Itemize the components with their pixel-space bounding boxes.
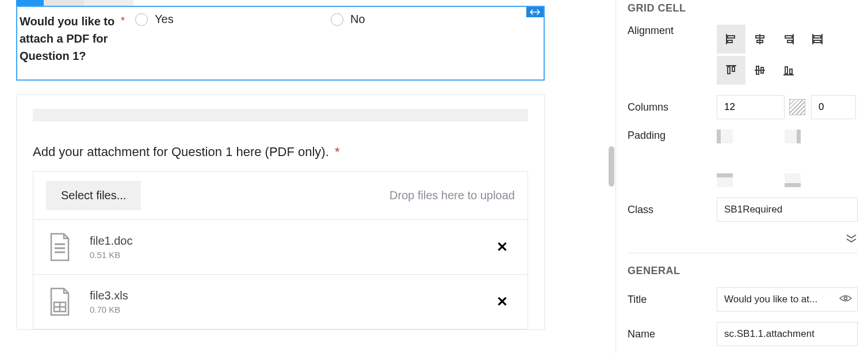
- padding-top-button[interactable]: [717, 173, 733, 187]
- padding-bottom-button[interactable]: [785, 173, 801, 187]
- padding-label: Padding: [628, 130, 717, 142]
- alignment-row: Alignment: [628, 25, 858, 85]
- align-h-right-icon[interactable]: [774, 25, 803, 54]
- align-v-bottom-icon[interactable]: [774, 56, 803, 85]
- file-xls-icon: [48, 287, 71, 316]
- attachment-heading: Add your attachment for Question 1 here …: [33, 145, 528, 160]
- file-size: 0.70 KB: [90, 305, 492, 314]
- resize-handle-icon[interactable]: [526, 7, 544, 17]
- svg-rect-7: [814, 36, 821, 38]
- tab-segment[interactable]: [84, 0, 133, 6]
- file-name: file1.doc: [90, 234, 492, 248]
- radio-icon: [331, 13, 343, 26]
- columns-offset-input[interactable]: [811, 95, 856, 119]
- radio-icon: [135, 13, 148, 26]
- align-h-stretch-icon[interactable]: [803, 25, 832, 54]
- name-input[interactable]: [717, 322, 858, 346]
- svg-rect-2: [728, 40, 732, 43]
- dropzone-header: Select files... Drop files here to uploa…: [33, 172, 527, 220]
- padding-right-button[interactable]: [785, 130, 801, 143]
- columns-input[interactable]: [717, 95, 785, 119]
- remove-file-button[interactable]: ✕: [492, 239, 513, 255]
- form-canvas: Would you like to attach a PDF for Quest…: [0, 0, 561, 353]
- svg-rect-8: [814, 40, 821, 43]
- section-header-gridcell: GRID CELL: [628, 0, 858, 14]
- radio-label: No: [350, 13, 365, 26]
- radio-option-yes[interactable]: Yes: [135, 13, 331, 26]
- tab-segment[interactable]: [44, 0, 84, 6]
- file-meta: file3.xls 0.70 KB: [90, 289, 492, 314]
- file-doc-icon: [48, 233, 71, 261]
- tab-segment-active[interactable]: [16, 0, 44, 6]
- remove-file-button[interactable]: ✕: [492, 294, 513, 310]
- file-row: file1.doc 0.51 KB ✕: [33, 220, 527, 275]
- select-files-button[interactable]: Select files...: [46, 181, 141, 210]
- svg-rect-1: [728, 36, 735, 38]
- chevron-double-down-icon: [845, 234, 858, 245]
- radio-option-no[interactable]: No: [331, 13, 365, 26]
- svg-rect-14: [790, 69, 792, 74]
- padding-left-button[interactable]: [717, 130, 733, 143]
- alignment-label: Alignment: [628, 25, 717, 37]
- selected-question-block[interactable]: Would you like to attach a PDF for Quest…: [16, 6, 545, 81]
- padding-row: Padding: [628, 130, 858, 187]
- title-input[interactable]: [717, 287, 858, 312]
- radio-label: Yes: [155, 13, 174, 26]
- expand-section-button[interactable]: [628, 232, 858, 253]
- upload-dropzone[interactable]: Select files... Drop files here to uploa…: [33, 171, 528, 329]
- file-size: 0.51 KB: [90, 250, 492, 260]
- svg-rect-9: [728, 67, 730, 74]
- svg-rect-5: [785, 36, 792, 38]
- file-meta: file1.doc 0.51 KB: [90, 234, 492, 260]
- dropzone-hint: Drop files here to upload: [389, 189, 515, 202]
- svg-rect-6: [787, 40, 792, 43]
- svg-point-15: [844, 297, 847, 300]
- columns-row: Columns: [628, 95, 858, 119]
- visibility-toggle-icon[interactable]: [839, 294, 852, 305]
- properties-panel: GRID CELL Alignment Columns Padding: [615, 0, 868, 353]
- offset-hatch-icon: [789, 99, 805, 115]
- columns-label: Columns: [628, 101, 717, 113]
- class-input[interactable]: [717, 198, 858, 222]
- section-header-general: GENERAL: [628, 265, 858, 277]
- align-h-left-icon[interactable]: [717, 25, 745, 54]
- align-v-middle-icon[interactable]: [745, 56, 774, 85]
- tab-strip: [16, 0, 545, 6]
- scrollbar-thumb[interactable]: [609, 146, 614, 187]
- title-label: Title: [628, 294, 717, 306]
- file-name: file3.xls: [90, 289, 492, 302]
- placeholder-bar: [33, 109, 528, 122]
- svg-rect-13: [785, 67, 787, 74]
- required-star-icon: *: [335, 145, 340, 159]
- name-label: Name: [628, 328, 717, 340]
- class-row: Class: [628, 198, 858, 222]
- title-row: Title: [628, 287, 858, 312]
- file-row: file3.xls 0.70 KB ✕: [33, 275, 527, 329]
- question-label: Would you like to attach a PDF for Quest…: [20, 13, 117, 64]
- align-v-top-icon[interactable]: [717, 56, 745, 85]
- name-row: Name: [628, 322, 858, 346]
- attachment-panel: Add your attachment for Question 1 here …: [16, 94, 545, 330]
- class-label: Class: [628, 204, 717, 216]
- svg-rect-10: [732, 67, 735, 71]
- attachment-heading-text: Add your attachment for Question 1 here …: [33, 145, 329, 159]
- required-star-icon: *: [121, 13, 125, 29]
- align-h-center-icon[interactable]: [745, 25, 774, 54]
